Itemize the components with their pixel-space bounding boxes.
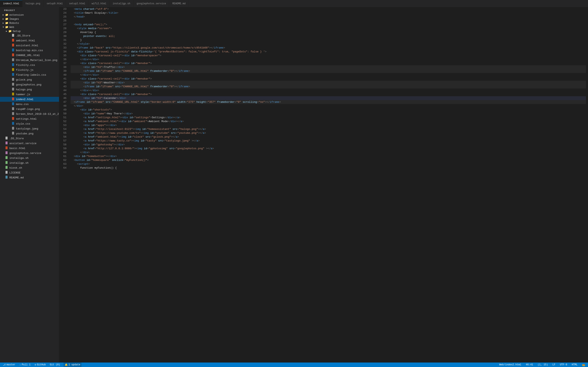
sidebar-item[interactable]: tastylogo.jpeg: [0, 126, 59, 131]
svg-rect-15: [12, 107, 14, 110]
sidebar-item[interactable]: .DS_Store: [0, 136, 59, 141]
tab-installgp-sh[interactable]: installgp.sh: [110, 0, 134, 7]
sidebar-item[interactable]: hammer.js: [0, 92, 59, 97]
status-git[interactable]: Git (0): [49, 363, 61, 367]
sidebar-item[interactable]: menu.css: [0, 102, 59, 107]
tab-setup9-html[interactable]: setup9.html: [43, 0, 66, 7]
sidebar-item[interactable]: .DS_Store: [0, 33, 59, 38]
sidebar-item[interactable]: style.css: [0, 121, 59, 126]
file-icon: [11, 53, 15, 57]
sidebar-item[interactable]: ▶📁Setup: [0, 29, 59, 33]
sidebar-item[interactable]: bootstrap.min.css: [0, 48, 59, 53]
sidebar-title: Project: [0, 7, 59, 13]
file-icon: [5, 166, 9, 170]
code-line: <body onLoad="on();">: [71, 23, 586, 26]
sidebar-item[interactable]: basic.html: [0, 146, 59, 151]
status-pull[interactable]: ↓ Pull 1: [18, 363, 31, 367]
sidebar-item[interactable]: settings.html: [0, 117, 59, 121]
status-update[interactable]: 🔔 1 update: [63, 363, 82, 367]
sidebar-item[interactable]: CHANGE_URL.html: [0, 53, 59, 58]
status-language[interactable]: HTML: [571, 363, 579, 367]
code-line: <div class="carousel-cell"><div id="menu…: [71, 77, 586, 81]
sidebar-item[interactable]: halogo.png: [0, 87, 59, 92]
sidebar-item[interactable]: ambient.html: [0, 38, 59, 43]
sidebar-item[interactable]: ▶📁extension: [0, 13, 59, 17]
code-lines[interactable]: <meta charset="utf-8"> <title>Smart Disp…: [69, 7, 588, 363]
file-icon: [5, 151, 9, 155]
svg-rect-10: [12, 83, 14, 86]
sidebar-item[interactable]: ▼📁Web: [0, 25, 59, 29]
sidebar-item-label: flickity.js: [15, 68, 34, 72]
status-encoding[interactable]: UTF-8: [559, 363, 568, 367]
sidebar-item[interactable]: raspAP-logo.png: [0, 107, 59, 111]
sidebar-item[interactable]: ▶📁Roboto: [0, 21, 59, 25]
line-number: 26: [63, 19, 67, 23]
status-github[interactable]: ⊙ GitHub: [34, 363, 47, 367]
sidebar-item[interactable]: installga.sh: [0, 156, 59, 160]
svg-rect-19: [12, 127, 14, 130]
line-number: 43: [63, 85, 67, 89]
code-line: pointer-events: all;: [71, 34, 586, 38]
sidebar-item[interactable]: index2.html: [0, 97, 59, 102]
status-radio[interactable]: 📻: [581, 363, 586, 367]
line-number: 35: [63, 54, 67, 58]
svg-rect-22: [6, 142, 8, 144]
sidebar-item[interactable]: kiosk.sh: [0, 165, 59, 170]
code-line: <a href="https://www.youtube.com/tv"><im…: [71, 131, 586, 135]
sidebar-item[interactable]: googlephotos.service: [0, 151, 59, 156]
svg-rect-25: [6, 156, 8, 159]
line-number: 38: [63, 65, 67, 69]
tab-wifi2-html[interactable]: wifi2.html: [89, 0, 110, 7]
sidebar-item[interactable]: assistant.html: [0, 43, 59, 48]
line-number: 39: [63, 69, 67, 73]
tab-readme-md[interactable]: README.md: [169, 0, 189, 7]
code-line: #overlay {: [71, 30, 586, 34]
bell-icon: 🔔: [65, 363, 68, 366]
sidebar-item[interactable]: googlephotos.png: [0, 82, 59, 87]
code-line: <a href="http://127.0.0.1:8080/"><img id…: [71, 147, 586, 150]
tab-setup2-html[interactable]: setup2.html: [66, 0, 88, 7]
line-number: 24: [63, 11, 67, 15]
status-branch[interactable]: ⎇ master: [2, 363, 16, 367]
file-icon: [11, 122, 15, 126]
code-line: [71, 19, 586, 23]
sidebar-item[interactable]: ▶📁Images: [0, 17, 59, 21]
sidebar-item[interactable]: gclock.png: [0, 77, 59, 82]
code-line: <title>Smart Display</title>: [71, 11, 586, 15]
status-position[interactable]: 46:41: [525, 363, 534, 367]
sidebar-item[interactable]: flickity.css: [0, 63, 59, 67]
svg-rect-9: [12, 78, 14, 81]
code-container[interactable]: 2324252627282930313233343536373839404142…: [59, 7, 588, 363]
sidebar-item[interactable]: README.md: [0, 175, 59, 180]
sidebar-item[interactable]: floating-labels.css: [0, 72, 59, 77]
sidebar-item[interactable]: assistant.service: [0, 141, 59, 146]
status-line-ending[interactable]: LF: [552, 363, 556, 367]
file-icon: [11, 117, 15, 121]
tab-googlephotos-service[interactable]: googlephotos.service: [134, 0, 169, 7]
file-icon: [11, 102, 15, 106]
status-cursor[interactable]: (1, 15): [537, 363, 549, 367]
sidebar-item[interactable]: flickity.js: [0, 67, 59, 72]
sidebar-item[interactable]: youtube.png: [0, 131, 59, 136]
line-number: 27: [63, 23, 67, 26]
tab-halogo-png[interactable]: halogo.png: [22, 0, 43, 7]
line-number: 58: [63, 143, 67, 147]
sidebar-item[interactable]: installgp.sh: [0, 160, 59, 165]
file-icon: [11, 58, 15, 62]
sidebar-item-label: googlephotos.service: [9, 152, 41, 155]
sidebar-item[interactable]: Screen_Shot_2019-10-13_at_2-removebg: [0, 111, 59, 117]
sidebar-item-label: hammer.js: [15, 93, 30, 96]
sidebar-item[interactable]: Chromium_Material_Icon.png: [0, 58, 59, 63]
tab-index2-html[interactable]: index2.html: [0, 0, 22, 7]
line-number: 57: [63, 139, 67, 143]
file-icon: [11, 92, 15, 96]
file-icon: [5, 146, 9, 150]
svg-rect-11: [12, 88, 14, 91]
code-line: </div></div>: [71, 73, 586, 77]
status-filepath[interactable]: Web/index2.html: [498, 363, 522, 367]
line-number: 32: [63, 42, 67, 46]
sidebar-item[interactable]: LICENSE: [0, 170, 59, 175]
line-number: 49: [63, 108, 67, 112]
code-line: </div>: [71, 104, 586, 108]
sidebar-item-label: basic.html: [9, 147, 25, 150]
